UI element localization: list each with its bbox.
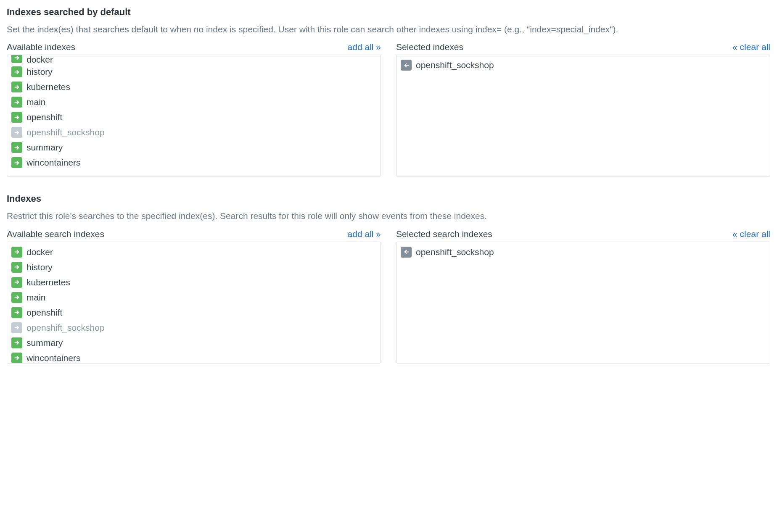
clear-all-link[interactable]: « clear all: [732, 229, 770, 239]
add-index-button[interactable]: [11, 247, 22, 258]
panel-selected-search-indexes: Selected search indexes « clear all open…: [396, 229, 770, 363]
list-item[interactable]: openshift_sockshop: [11, 320, 377, 335]
remove-index-button[interactable]: [401, 247, 412, 258]
add-all-link[interactable]: add all »: [348, 229, 381, 239]
panel-header: Available search indexes add all »: [7, 229, 381, 239]
add-all-link[interactable]: add all »: [348, 42, 381, 52]
arrow-right-icon: [14, 324, 20, 331]
list-item[interactable]: main: [11, 290, 377, 305]
list-item[interactable]: history: [11, 64, 377, 79]
selected-indexes-listbox: openshift_sockshop: [396, 55, 770, 176]
section-desc-default-indexes: Set the index(es) that searches default …: [7, 24, 770, 35]
list-item[interactable]: wincontainers: [11, 350, 377, 363]
arrow-right-icon: [14, 294, 20, 300]
selected-indexes-list[interactable]: openshift_sockshop: [396, 55, 770, 176]
index-name-label: wincontainers: [26, 158, 80, 168]
selected-search-indexes-listbox: openshift_sockshop: [396, 242, 770, 363]
section-title-indexes: Indexes: [7, 193, 770, 204]
list-item[interactable]: kubernetes: [11, 275, 377, 290]
section-desc-indexes: Restrict this role's searches to the spe…: [7, 210, 770, 222]
index-name-label: kubernetes: [26, 82, 70, 92]
arrow-right-icon: [14, 55, 20, 61]
available-indexes-listbox: dockerhistorykubernetesmainopenshiftopen…: [7, 55, 381, 176]
add-index-button[interactable]: [11, 142, 22, 153]
arrow-right-icon: [14, 145, 20, 151]
panel-available-indexes: Available indexes add all » dockerhistor…: [7, 42, 381, 176]
list-item[interactable]: openshift_sockshop: [400, 58, 766, 73]
arrow-right-icon: [14, 249, 20, 255]
arrow-right-icon: [14, 129, 20, 136]
index-name-label: openshift_sockshop: [416, 60, 494, 70]
arrow-left-icon: [403, 62, 410, 68]
index-name-label: openshift_sockshop: [26, 127, 105, 137]
index-name-label: main: [26, 97, 46, 107]
arrow-right-icon: [14, 340, 20, 346]
list-item[interactable]: summary: [11, 140, 377, 155]
list-item[interactable]: docker: [11, 245, 377, 260]
list-item[interactable]: openshift_sockshop: [400, 245, 766, 260]
list-item[interactable]: summary: [11, 335, 377, 350]
add-index-button[interactable]: [11, 277, 22, 288]
index-name-label: history: [26, 67, 53, 77]
remove-index-button[interactable]: [401, 60, 412, 71]
add-index-button[interactable]: [11, 292, 22, 303]
arrow-right-icon: [14, 160, 20, 166]
add-index-button[interactable]: [11, 82, 22, 92]
index-name-label: kubernetes: [26, 277, 70, 287]
index-name-label: summary: [26, 338, 63, 348]
arrow-right-icon: [14, 84, 20, 90]
arrow-right-icon: [14, 309, 20, 316]
index-name-label: history: [26, 262, 53, 272]
list-item[interactable]: docker: [11, 55, 377, 64]
index-name-label: openshift_sockshop: [26, 323, 105, 333]
available-search-indexes-list[interactable]: dockerhistorykubernetesmainopenshiftopen…: [7, 242, 381, 363]
index-name-label: main: [26, 292, 46, 303]
selected-search-indexes-list[interactable]: openshift_sockshop: [396, 242, 770, 363]
list-item[interactable]: kubernetes: [11, 79, 377, 95]
arrow-right-icon: [14, 279, 20, 285]
available-search-indexes-listbox: dockerhistorykubernetesmainopenshiftopen…: [7, 242, 381, 363]
list-item[interactable]: main: [11, 95, 377, 110]
selected-search-indexes-label: Selected search indexes: [396, 229, 492, 239]
panel-header: Selected search indexes « clear all: [396, 229, 770, 239]
available-indexes-list[interactable]: dockerhistorykubernetesmainopenshiftopen…: [7, 55, 381, 176]
arrow-right-icon: [14, 99, 20, 105]
add-index-button: [11, 127, 22, 138]
add-index-button: [11, 322, 22, 333]
add-index-button[interactable]: [11, 157, 22, 168]
add-index-button[interactable]: [11, 337, 22, 348]
add-index-button[interactable]: [11, 55, 22, 63]
index-name-label: openshift_sockshop: [416, 247, 494, 257]
arrow-right-icon: [14, 69, 20, 75]
available-indexes-label: Available indexes: [7, 42, 75, 52]
add-index-button[interactable]: [11, 262, 22, 273]
dual-list-indexes: Available search indexes add all » docke…: [7, 229, 770, 363]
panel-selected-indexes: Selected indexes « clear all openshift_s…: [396, 42, 770, 176]
add-index-button[interactable]: [11, 353, 22, 363]
add-index-button[interactable]: [11, 112, 22, 123]
add-index-button[interactable]: [11, 97, 22, 108]
arrow-right-icon: [14, 355, 20, 361]
list-item[interactable]: openshift: [11, 305, 377, 320]
clear-all-link[interactable]: « clear all: [732, 42, 770, 52]
index-name-label: openshift: [26, 112, 62, 122]
list-item[interactable]: openshift: [11, 110, 377, 125]
available-search-indexes-label: Available search indexes: [7, 229, 104, 239]
index-name-label: wincontainers: [26, 353, 80, 363]
arrow-right-icon: [14, 264, 20, 270]
index-name-label: openshift: [26, 308, 62, 318]
index-name-label: summary: [26, 142, 63, 153]
panel-header: Selected indexes « clear all: [396, 42, 770, 52]
list-item[interactable]: history: [11, 260, 377, 275]
arrow-right-icon: [14, 114, 20, 121]
arrow-left-icon: [403, 249, 410, 255]
add-index-button[interactable]: [11, 66, 22, 77]
panel-available-search-indexes: Available search indexes add all » docke…: [7, 229, 381, 363]
selected-indexes-label: Selected indexes: [396, 42, 463, 52]
dual-list-default-indexes: Available indexes add all » dockerhistor…: [7, 42, 770, 176]
list-item[interactable]: wincontainers: [11, 155, 377, 170]
list-item[interactable]: openshift_sockshop: [11, 125, 377, 140]
add-index-button[interactable]: [11, 307, 22, 318]
section-title-default-indexes: Indexes searched by default: [7, 7, 770, 18]
index-name-label: docker: [26, 55, 53, 64]
